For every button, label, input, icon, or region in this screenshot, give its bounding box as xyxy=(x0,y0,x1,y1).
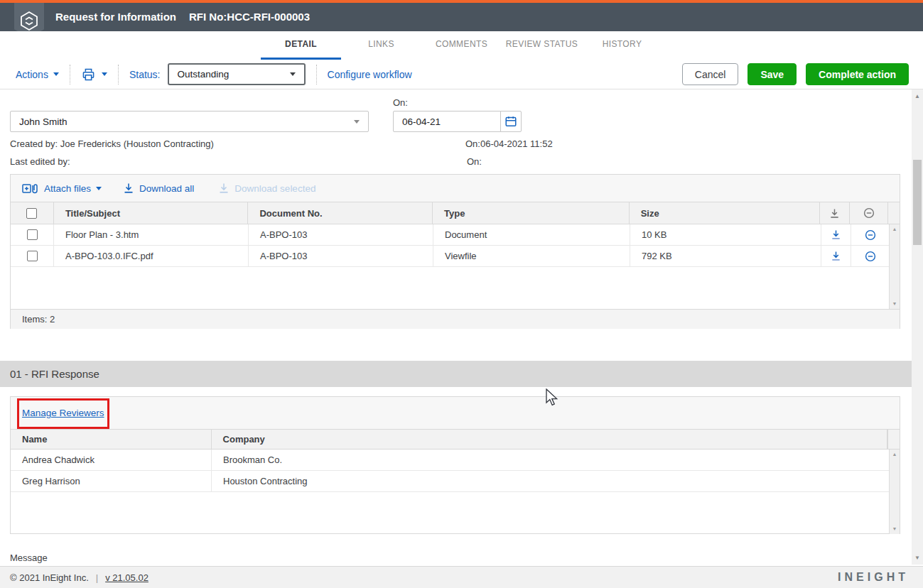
reviewers-panel: Manage Reviewers Name Company Andrea Cha… xyxy=(10,396,900,534)
rfi-response-section-header: 01 - RFI Response xyxy=(0,361,912,387)
table-scrollbar-header xyxy=(887,430,900,449)
attach-files-icon xyxy=(22,183,39,195)
cancel-button[interactable]: Cancel xyxy=(682,63,739,85)
attach-files-button[interactable]: Attach files xyxy=(22,183,102,195)
reviewer-row[interactable]: Andrea Chadwick Brookman Co. xyxy=(11,450,889,471)
toolbar-right-group: Cancel Save Complete action xyxy=(682,63,923,85)
download-all-label: Download all xyxy=(139,183,194,194)
toolbar-divider xyxy=(118,65,119,85)
manage-reviewers-link[interactable]: Manage Reviewers xyxy=(22,408,104,418)
reviewers-table-header: Name Company xyxy=(11,429,900,450)
calendar-button[interactable] xyxy=(500,111,522,132)
actions-menu-button[interactable]: Actions xyxy=(16,69,59,80)
select-all-checkbox[interactable] xyxy=(26,208,37,219)
minus-circle-icon[interactable] xyxy=(865,251,876,262)
scrollbar-thumb[interactable] xyxy=(913,160,922,245)
attachment-size: 10 KB xyxy=(630,224,821,245)
complete-action-button[interactable]: Complete action xyxy=(806,63,909,85)
reviewer-company: Houston Contracting xyxy=(212,471,889,491)
download-selected-label: Download selected xyxy=(234,183,315,194)
attachments-toolbar: Attach files Download all xyxy=(11,175,900,202)
attachments-table-header: Title/Subject Document No. Type Size xyxy=(11,202,900,224)
attachment-row[interactable]: A-BPO-103.0.IFC.pdf A-BPO-103 Viewfile 7… xyxy=(11,246,889,267)
row-checkbox[interactable] xyxy=(27,229,38,240)
tab-bar: DETAIL LINKS COMMENTS REVIEW STATUS HIST… xyxy=(0,31,923,60)
attachment-doc-no: A-BPO-103 xyxy=(249,224,433,245)
assignee-dropdown[interactable]: John Smith xyxy=(10,111,369,132)
assignee-value: John Smith xyxy=(19,116,68,127)
rfi-number: RFI No:HCC-RFI-000003 xyxy=(189,3,310,31)
scroll-down-icon[interactable]: ▼ xyxy=(892,526,897,532)
scroll-up-icon[interactable]: ▲ xyxy=(914,93,920,99)
reviewers-toolbar: Manage Reviewers xyxy=(11,397,900,429)
header-checkbox-cell xyxy=(11,202,54,224)
attachment-title: A-BPO-103.0.IFC.pdf xyxy=(54,246,249,266)
attachments-table-body: Floor Plan - 3.htm A-BPO-103 Document 10… xyxy=(11,224,900,309)
scroll-up-icon[interactable]: ▲ xyxy=(892,227,897,232)
download-all-button[interactable]: Download all xyxy=(123,183,194,194)
column-type: Type xyxy=(433,202,630,224)
table-scrollbar[interactable]: ▲ ▼ xyxy=(889,450,900,534)
app-header: Request for Information RFI No:HCC-RFI-0… xyxy=(0,3,923,31)
attachment-size: 792 KB xyxy=(630,246,821,266)
tab-links[interactable]: LINKS xyxy=(341,31,421,60)
actions-label: Actions xyxy=(16,69,48,80)
toolbar-left-group: Actions Status: Outstanding Configure wo… xyxy=(0,63,412,85)
scroll-up-icon[interactable]: ▲ xyxy=(892,452,897,457)
date-input[interactable] xyxy=(393,111,501,132)
reviewer-name: Greg Harrison xyxy=(11,471,212,491)
table-scrollbar[interactable]: ▲ ▼ xyxy=(889,224,900,309)
configure-workflow-link[interactable]: Configure workflow xyxy=(328,69,412,80)
last-edited-by-text: Last edited by: xyxy=(10,156,70,167)
row-checkbox[interactable] xyxy=(27,251,38,261)
scroll-down-icon[interactable]: ▼ xyxy=(914,555,920,561)
save-button[interactable]: Save xyxy=(747,63,797,85)
footer-separator: | xyxy=(96,572,98,583)
tab-detail[interactable]: DETAIL xyxy=(261,31,341,60)
chevron-down-icon xyxy=(354,120,360,124)
download-icon[interactable] xyxy=(831,229,841,240)
detail-content: On: John Smith Created by: Joe Frederick… xyxy=(0,90,912,566)
rfi-window: Request for Information RFI No:HCC-RFI-0… xyxy=(0,0,923,588)
created-by-text: Created by: Joe Fredericks (Houston Cont… xyxy=(10,138,214,149)
on-label: On: xyxy=(393,97,408,108)
download-icon[interactable] xyxy=(831,251,841,261)
app-footer: © 2021 InEight Inc. | v 21.05.02 INEIGHT xyxy=(0,566,923,588)
tab-comments[interactable]: COMMENTS xyxy=(421,31,502,60)
created-on-text: On:06-04-2021 11:52 xyxy=(465,138,553,149)
status-dropdown[interactable]: Outstanding xyxy=(168,63,306,85)
status-label: Status: xyxy=(129,69,161,80)
items-count-bar: Items: 2 xyxy=(11,309,900,329)
copyright-text: © 2021 InEight Inc. xyxy=(10,572,89,583)
reviewer-row[interactable]: Greg Harrison Houston Contracting xyxy=(11,471,889,492)
attachment-row[interactable]: Floor Plan - 3.htm A-BPO-103 Document 10… xyxy=(11,224,889,246)
print-button[interactable] xyxy=(81,67,107,82)
message-label: Message xyxy=(10,552,48,563)
chevron-down-icon xyxy=(102,72,107,76)
toolbar-divider xyxy=(316,65,317,85)
table-scrollbar-header xyxy=(887,202,900,224)
toolbar-divider xyxy=(70,65,70,85)
download-icon xyxy=(829,208,840,219)
printer-icon xyxy=(81,67,96,82)
page-title: Request for Information xyxy=(55,3,176,31)
version-link[interactable]: v 21.05.02 xyxy=(105,572,149,583)
ineight-wordmark: INEIGHT xyxy=(838,571,909,584)
scroll-down-icon[interactable]: ▼ xyxy=(892,301,897,307)
download-selected-button: Download selected xyxy=(218,183,315,194)
column-download xyxy=(820,202,850,224)
attachment-type: Document xyxy=(433,224,630,245)
tab-history[interactable]: HISTORY xyxy=(582,31,662,60)
tab-review-status[interactable]: REVIEW STATUS xyxy=(502,31,582,60)
page-scrollbar[interactable]: ▲ ▼ xyxy=(912,89,923,565)
minus-circle-icon[interactable] xyxy=(865,229,876,241)
attachments-panel: Attach files Download all xyxy=(10,174,900,329)
calendar-icon xyxy=(504,115,517,128)
status-value: Outstanding xyxy=(178,69,230,80)
column-document-no: Document No. xyxy=(248,202,433,224)
hexagon-logo-icon xyxy=(19,10,39,31)
minus-circle-icon xyxy=(863,207,875,219)
attachment-doc-no: A-BPO-103 xyxy=(249,246,433,266)
chevron-down-icon xyxy=(290,72,296,76)
action-toolbar: Actions Status: Outstanding Configure wo… xyxy=(0,60,923,89)
